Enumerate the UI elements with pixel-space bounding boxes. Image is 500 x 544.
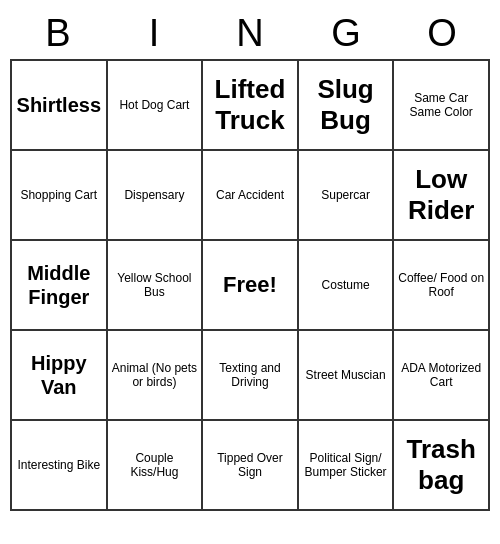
bingo-cell: Low Rider (394, 151, 490, 241)
bingo-cell: Dispensary (108, 151, 204, 241)
bingo-cell: ADA Motorized Cart (394, 331, 490, 421)
bingo-cell: Tipped Over Sign (203, 421, 299, 511)
bingo-grid: ShirtlessHot Dog CartLifted TruckSlug Bu… (10, 59, 490, 511)
bingo-cell: Yellow School Bus (108, 241, 204, 331)
bingo-cell: Hot Dog Cart (108, 61, 204, 151)
bingo-cell: Shirtless (12, 61, 108, 151)
bingo-cell: Couple Kiss/Hug (108, 421, 204, 511)
bingo-letter: O (394, 8, 490, 59)
bingo-cell: Trash bag (394, 421, 490, 511)
bingo-letter: I (106, 8, 202, 59)
bingo-letter: N (202, 8, 298, 59)
bingo-card: BINGO ShirtlessHot Dog CartLifted TruckS… (10, 8, 490, 511)
bingo-cell: Shopping Cart (12, 151, 108, 241)
bingo-cell: Lifted Truck (203, 61, 299, 151)
bingo-cell: Animal (No pets or birds) (108, 331, 204, 421)
bingo-cell: Same Car Same Color (394, 61, 490, 151)
bingo-cell: Supercar (299, 151, 395, 241)
bingo-cell: Texting and Driving (203, 331, 299, 421)
bingo-header: BINGO (10, 8, 490, 59)
bingo-cell: Costume (299, 241, 395, 331)
bingo-cell: Political Sign/ Bumper Sticker (299, 421, 395, 511)
bingo-letter: B (10, 8, 106, 59)
bingo-cell: Street Muscian (299, 331, 395, 421)
bingo-cell: Hippy Van (12, 331, 108, 421)
bingo-cell: Car Accident (203, 151, 299, 241)
bingo-letter: G (298, 8, 394, 59)
bingo-cell: Free! (203, 241, 299, 331)
bingo-cell: Slug Bug (299, 61, 395, 151)
bingo-cell: Coffee/ Food on Roof (394, 241, 490, 331)
bingo-cell: Interesting Bike (12, 421, 108, 511)
bingo-cell: Middle Finger (12, 241, 108, 331)
